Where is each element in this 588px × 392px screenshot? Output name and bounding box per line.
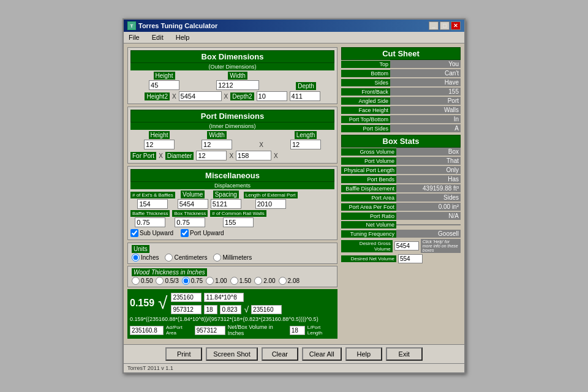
- stats-value-0: Box: [396, 148, 461, 156]
- formula-val2[interactable]: [204, 293, 244, 302]
- stats-label-8: Net Volume: [341, 221, 396, 228]
- x6: X: [274, 153, 278, 159]
- maximize-button[interactable]: □: [440, 21, 450, 30]
- stats-value-3: Has: [396, 175, 461, 183]
- baffle-thick-input[interactable]: [135, 217, 165, 227]
- ad-port-input[interactable]: [195, 326, 225, 335]
- box-dimensions-subtitle: (Outer Dimensions): [130, 63, 334, 70]
- half-ext-input[interactable]: [137, 199, 168, 209]
- formula-val4[interactable]: [204, 305, 217, 314]
- wood-thickness-section: Wood Thickness in Inches 0.50 0.5/3 0.75…: [127, 266, 337, 287]
- wood-053[interactable]: 0.5/3: [156, 277, 178, 285]
- cut-label-1: Bottom: [341, 70, 390, 77]
- stats-label-4: Baffle Displacement: [341, 185, 396, 192]
- cut-sheet-rows: TopYouBottomCan'tSidesHaveFront/Back155A…: [341, 60, 461, 132]
- exit-button[interactable]: Exit: [386, 347, 423, 361]
- height-label: Height: [154, 72, 175, 80]
- help-button[interactable]: Help: [345, 347, 382, 361]
- port-upward-check[interactable]: Port Upward: [181, 229, 224, 237]
- volume-input[interactable]: [178, 199, 208, 209]
- formula-val1[interactable]: [171, 293, 202, 302]
- formula-text: 0.159*((235160.88*(1.84*10^8))/(957312*(…: [130, 316, 335, 322]
- width2-input[interactable]: [179, 91, 222, 101]
- wood-100[interactable]: 1.00: [206, 277, 227, 285]
- cut-sheet-row: Port SidesA: [341, 124, 461, 132]
- minimize-button[interactable]: _: [429, 21, 439, 30]
- miscellaneous-title: Miscellaneous: [130, 169, 334, 182]
- formula-val3[interactable]: [171, 305, 202, 314]
- depth2-input[interactable]: [290, 91, 320, 101]
- height-input[interactable]: [149, 80, 179, 90]
- clear-button[interactable]: Clear: [262, 347, 298, 361]
- wood-150[interactable]: 1.50: [230, 277, 251, 285]
- units-mm[interactable]: Millimeters: [213, 254, 252, 262]
- displacements-label: Displacements: [130, 182, 334, 189]
- sub-upward-check[interactable]: Sub Upward: [130, 229, 173, 237]
- stats-row: Port VolumeThat: [341, 157, 461, 165]
- left-panel: Box Dimensions (Outer Dimensions) Height…: [127, 47, 337, 341]
- desired-net-input[interactable]: [398, 254, 423, 263]
- units-title: Units: [132, 245, 149, 253]
- cut-sheet-row: BottomCan't: [341, 69, 461, 77]
- stats-label-6: Port Area Per Foot: [341, 203, 396, 211]
- status-bar: TorresT 2011 v 1.1: [124, 363, 464, 372]
- wood-208[interactable]: 2.08: [279, 277, 300, 285]
- x2: X: [224, 93, 228, 100]
- wood-075[interactable]: 0.75: [182, 277, 203, 285]
- units-cm[interactable]: Centimeters: [165, 254, 207, 262]
- baffle-thick-label: Baffle Thickness: [130, 210, 170, 217]
- desired-net-label: Desired Net Volume: [341, 255, 396, 262]
- wood-050[interactable]: 0.50: [132, 277, 153, 285]
- stats-label-3: Port Bends: [341, 176, 396, 183]
- cut-sheet-row: SidesHave: [341, 78, 461, 86]
- common-rail-input[interactable]: [223, 217, 254, 227]
- main-content: Box Dimensions (Outer Dimensions) Height…: [124, 43, 464, 344]
- cut-sheet-row: Angled SidePort: [341, 97, 461, 105]
- box-dimensions-title: Box Dimensions: [130, 50, 334, 63]
- length-ext-input[interactable]: [255, 199, 286, 209]
- net-box2-input[interactable]: [290, 326, 305, 335]
- wood-title: Wood Thickness in Inches: [132, 268, 207, 276]
- cut-sheet-section: Cut Sheet TopYouBottomCan'tSidesHaveFron…: [341, 47, 461, 132]
- print-button[interactable]: Print: [165, 347, 202, 361]
- cut-label-6: Port Top/Bottom: [341, 116, 390, 123]
- port-length-input[interactable]: [290, 140, 321, 149]
- spacing-input[interactable]: [211, 199, 241, 209]
- port-width-input[interactable]: [202, 140, 232, 149]
- formula-val5[interactable]: [220, 305, 241, 314]
- port-height-input[interactable]: [144, 140, 175, 149]
- height2-input[interactable]: [257, 91, 287, 101]
- screenshot-button[interactable]: Screen Shot: [206, 347, 258, 361]
- stats-label-7: Port Ratio: [341, 213, 396, 220]
- x5: X: [229, 153, 233, 159]
- cut-value-7: A: [390, 124, 461, 132]
- close-button[interactable]: ✕: [451, 21, 461, 30]
- cut-value-2: Have: [390, 78, 461, 86]
- desired-gross-label: Desired Gross Volume: [341, 240, 393, 252]
- net-box-input[interactable]: [130, 326, 164, 335]
- port-width-label: Width: [207, 131, 227, 139]
- wood-200[interactable]: 2.00: [254, 277, 275, 285]
- cut-label-3: Front/Back: [341, 88, 390, 96]
- cut-label-7: Port Sides: [341, 125, 390, 132]
- menu-help[interactable]: Help: [173, 33, 192, 42]
- diameter-input[interactable]: [236, 151, 271, 160]
- port-dimensions-title: Port Dimensions: [130, 110, 334, 123]
- cut-label-0: Top: [341, 61, 390, 68]
- cut-value-5: Walls: [390, 106, 461, 114]
- desired-gross-input[interactable]: [394, 241, 419, 251]
- for-port-input[interactable]: [196, 151, 227, 160]
- stats-value-6: 0.00 in²: [396, 203, 461, 211]
- clear-all-button[interactable]: Clear All: [302, 347, 342, 361]
- width-input[interactable]: [216, 80, 259, 90]
- formula-val6[interactable]: [251, 305, 282, 314]
- units-inches[interactable]: Inches: [132, 254, 159, 262]
- cut-sheet-title: Cut Sheet: [341, 47, 461, 60]
- stats-label-5: Port Area: [341, 194, 396, 202]
- stats-label-2: Physical Port Length: [341, 167, 396, 174]
- menu-file[interactable]: File: [126, 33, 142, 42]
- box-thick-input[interactable]: [175, 217, 205, 227]
- menu-edit[interactable]: Edit: [149, 33, 166, 42]
- port-length-label: Length: [295, 131, 317, 139]
- half-ext-label: # of Ext's & Baffles: [130, 192, 175, 198]
